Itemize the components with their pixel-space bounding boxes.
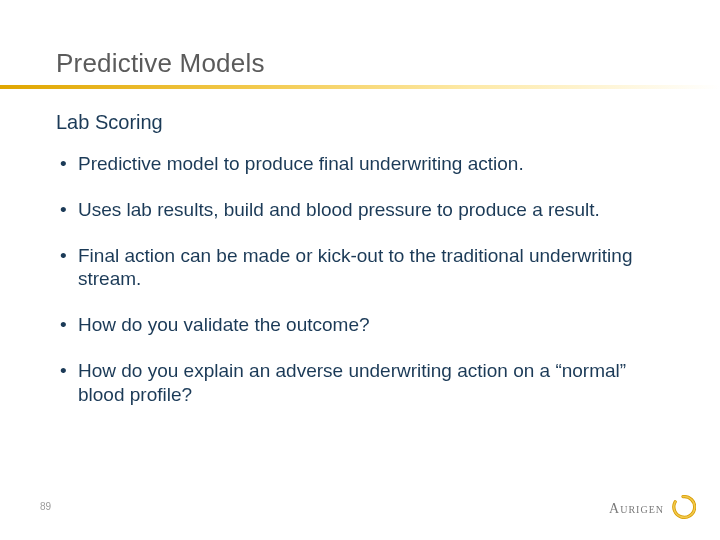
list-item: Uses lab results, build and blood pressu… — [56, 198, 664, 222]
slide: Predictive Models Lab Scoring Predictive… — [0, 0, 720, 540]
logo-mark-icon — [670, 494, 696, 524]
brand-logo: Aurigen — [609, 494, 696, 524]
list-item: Final action can be made or kick-out to … — [56, 244, 664, 292]
title-rule-gradient — [0, 85, 720, 89]
list-item: How do you validate the outcome? — [56, 313, 664, 337]
bullet-list: Predictive model to produce final underw… — [56, 152, 664, 406]
list-item: Predictive model to produce final underw… — [56, 152, 664, 176]
slide-subtitle: Lab Scoring — [56, 111, 664, 134]
page-number: 89 — [40, 501, 51, 512]
title-rule — [0, 85, 720, 97]
logo-text: Aurigen — [609, 501, 664, 517]
slide-title: Predictive Models — [56, 48, 664, 79]
list-item: How do you explain an adverse underwriti… — [56, 359, 664, 407]
